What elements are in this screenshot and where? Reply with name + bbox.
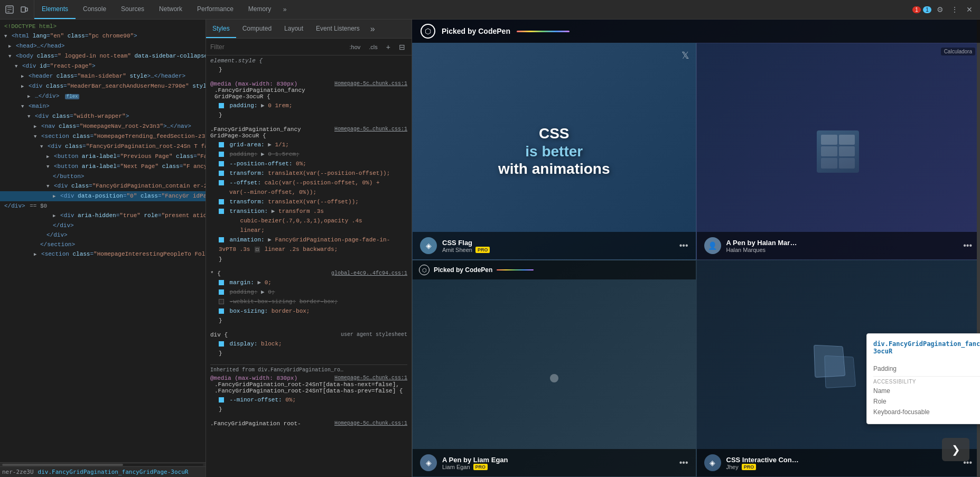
dom-line[interactable]: <!DOCTYPE html> [0,22,206,31]
tab-performance[interactable]: Performance [190,0,241,19]
card-author-2: Halan Marques [726,247,797,253]
css-property: --offset: calc(var(--position-offset, 0%… [210,178,407,188]
tab-layout[interactable]: Layout [278,20,310,38]
css-property: animation: ▶ FancyGridPagination-page-fa… [210,235,407,255]
breadcrumb-selected[interactable]: div.FancyGridPagination_fancyGridPage-3o… [38,469,189,475]
dom-line[interactable]: ▶ <header class="main-sidebar" style>…</… [0,71,206,81]
css-text-overlay: CSSis betterwith animations [498,125,610,178]
css-rule-media-1: @media (max-width: 830px) Homepage-5c…ch… [210,81,407,120]
dom-line[interactable]: </section> [0,240,206,249]
card-title-1: CSS Flag [442,239,490,247]
cls-button[interactable]: .cls [367,43,380,51]
css-property: transform: translateX(var(--offset)); [210,197,407,207]
pro-badge-1: PRO [475,247,490,253]
dom-horizontal-scrollbar[interactable] [0,462,206,466]
dom-line[interactable]: ▶ …</div> flex [0,91,206,101]
breadcrumb-path1[interactable]: ner-2ze3U [2,469,34,475]
css-property: transition: ▶ transform .3s [210,207,407,216]
toggle-style-button[interactable]: ⊟ [397,42,407,52]
tab-computed[interactable]: Computed [236,20,278,38]
card-halan[interactable]: Calculadora 👤 A Pen by Halan Mar… Halan … [696,43,981,260]
dom-line-selected[interactable]: ▶ <div data-position="0" class="FancyGr … [0,191,206,201]
css-source-link[interactable]: Homepage-5c…chunk.css:1 [334,126,407,140]
dom-line[interactable]: </div> [0,230,206,240]
dom-line[interactable]: ▼ <section class="HomepageTrending_feedS… [0,132,206,142]
dom-line[interactable]: ▶ <section class="HomepageInterestingPeo… [0,249,206,259]
dom-line[interactable]: ▼ <div class="FancyGridPagination_contai… [0,181,206,191]
device-toggle-button[interactable] [18,3,31,16]
filter-input[interactable] [210,43,343,51]
dom-line[interactable]: ▼ <div class="width-wrapper"> [0,111,206,121]
css-close-brace: } [210,110,407,120]
tooltip-role-row: Role generic [873,396,980,407]
css-property: margin: ▶ 0; [210,278,407,287]
tab-styles[interactable]: Styles [206,20,236,38]
css-property: --minor-offset: 0%; [210,395,407,405]
tab-memory[interactable]: Memory [241,0,278,19]
css-property: display: block; [210,339,407,349]
next-button[interactable]: ❯ [942,438,969,461]
css-source-label: user agent stylesheet [341,332,407,339]
codepen-bar-secondary: ⬡ Picked by CodePen [413,260,696,279]
calculadora-label: Calculadora [941,48,975,55]
card-more-button-3[interactable]: ••• [679,458,688,467]
dom-line[interactable]: </button> [0,172,206,181]
right-panel: ⬡ Picked by CodePen CSSis betterwith ani… [412,20,980,477]
dom-line[interactable]: ▼ <button aria-label="Next Page" class="… [0,162,206,172]
dom-line[interactable]: ▶ <div class="HeaderBar_searchAndUserMen… [0,81,206,91]
inspect-element-button[interactable] [3,3,16,16]
dom-line[interactable]: ▶ <nav class="HomepageNav_root-2v3n3">…<… [0,121,206,132]
css-property: -webkit-box-sizing: border-box; [210,297,407,306]
tab-network[interactable]: Network [152,0,190,19]
dom-tree[interactable]: <!DOCTYPE html> ▼ <html lang="en" class=… [0,20,206,462]
left-panel: <!DOCTYPE html> ▼ <html lang="en" class=… [0,20,412,477]
card-more-button-1[interactable]: ••• [679,241,688,250]
dot-loader [550,374,558,382]
dom-line[interactable]: ▶ <div aria-hidden="true" role="present … [0,211,206,221]
css-property: padding: ▶ 0 1rem; [210,101,407,110]
more-tabs-button[interactable]: » [278,3,291,16]
dom-line[interactable]: ▼ <div class="FancyGridPagination_root-2… [0,142,206,152]
more-style-tabs[interactable]: » [366,24,379,34]
card-avatar-2: 👤 [704,237,721,254]
dom-breadcrumb: ner-2ze3U div.FancyGridPagination_fancyG… [0,466,206,477]
codepen-header: ⬡ Picked by CodePen [412,20,980,43]
css-property: grid-area: ▶ 1/1; [210,140,407,149]
more-options-button[interactable]: ⋮ [948,3,961,16]
tab-sources[interactable]: Sources [114,0,152,19]
card-author-1: Amit Sheen PRO [442,247,490,253]
dom-line[interactable]: </div> == $0 [0,201,206,211]
devtools-right-icons: 1 1 ⚙ ⋮ ✕ [908,3,980,16]
css-rule-media-2: @media (max-width: 830px) Homepage-5c…ch… [210,375,407,414]
dom-line[interactable]: ▼ <html lang="en" class="pc chrome90"> [0,31,206,41]
settings-button[interactable]: ⚙ [934,3,946,16]
hov-button[interactable]: :hov [348,43,363,51]
add-style-button[interactable]: + [384,42,393,52]
card-title-3: A Pen by Liam Egan [442,456,508,464]
card-css-better[interactable]: CSSis betterwith animations 𝕏 ◈ CSS Flag… [412,43,696,260]
tab-console[interactable]: Console [76,0,114,19]
css-source-link[interactable]: Homepage-5c…chunk.css:1 [334,420,407,428]
css-source-link[interactable]: Homepage-5c…chunk.css:1 [334,375,407,381]
card-info-1: ◈ CSS Flag Amit Sheen PRO ••• [413,232,696,259]
inherited-from-label: Inherited from div.FancyGridPagination_r… [210,364,407,373]
css-source-link[interactable]: Homepage-5c…chunk.css:1 [334,81,407,87]
website-preview: ⬡ Picked by CodePen CSSis betterwith ani… [412,20,980,477]
dom-line[interactable]: ▶ <head>…</head> [0,41,206,51]
card-liam[interactable]: ⬡ Picked by CodePen ◈ A Pen by Liam Egan… [412,260,696,477]
css-selector: element.style { [210,58,407,64]
card-more-button-2[interactable]: ••• [963,241,972,250]
card-info-4: ◈ CSS Interactive Con… Jhey PRO ••• [697,449,980,476]
dom-line[interactable]: ▶ <button aria-label="Previous Page" cla… [0,152,206,162]
dom-line[interactable]: ▼ <body class=" logged-in not-team" data… [0,51,206,61]
dom-line[interactable]: ▼ <main> [0,101,206,111]
css-rule-star: * { global-e4c9..4fc94.css:1 margin: ▶ 0… [210,270,407,325]
filter-bar: :hov .cls + ⊟ [206,39,412,55]
css-source-link[interactable]: global-e4c9..4fc94.css:1 [331,270,407,278]
dom-line[interactable]: ▼ <div id="react-page"> [0,61,206,71]
tooltip-padding-row: Padding 0px 14px [873,363,980,374]
tab-event-listeners[interactable]: Event Listeners [310,20,366,38]
tab-elements[interactable]: Elements [34,0,76,19]
dom-line[interactable]: </div> [0,221,206,230]
close-devtools-button[interactable]: ✕ [963,3,976,16]
